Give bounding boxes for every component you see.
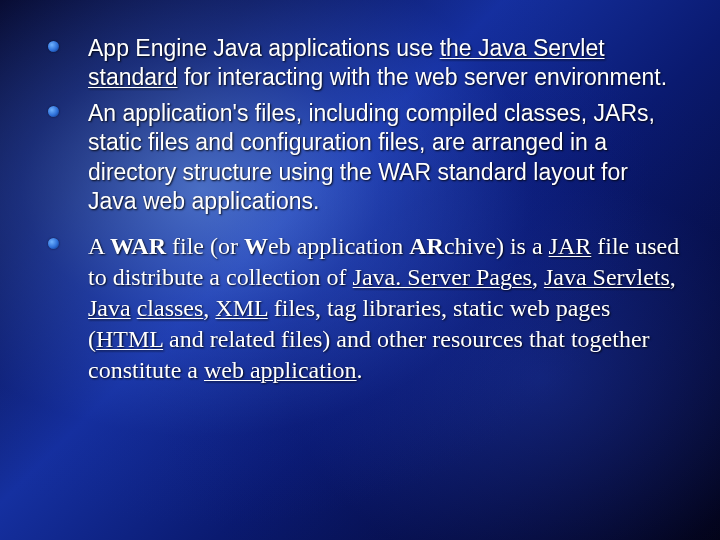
t3-p1: A bbox=[88, 233, 110, 259]
t3-b3: AR bbox=[409, 233, 444, 259]
bullet-1-prefix: App Engine Java applications use bbox=[88, 35, 440, 61]
t3-p3: eb application bbox=[268, 233, 409, 259]
link-classes[interactable]: classes bbox=[137, 295, 204, 321]
t3-p11: and related files) and other resources t… bbox=[88, 326, 650, 383]
t3-p4: chive) is a bbox=[444, 233, 549, 259]
bullet-item-1: App Engine Java applications use the Jav… bbox=[40, 34, 680, 93]
link-jar[interactable]: JAR bbox=[549, 233, 592, 259]
bullet-1-suffix: for interacting with the web server envi… bbox=[178, 64, 668, 90]
link-html[interactable]: HTML bbox=[96, 326, 163, 352]
t3-b2: W bbox=[244, 233, 268, 259]
t3-p7: , bbox=[670, 264, 676, 290]
t3-p2: file (or bbox=[166, 233, 244, 259]
slide-content: App Engine Java applications use the Jav… bbox=[0, 0, 720, 387]
link-jsp[interactable]: Java. Server Pages bbox=[353, 264, 532, 290]
bullet-2-text: An application's files, including compil… bbox=[88, 100, 655, 214]
bullet-list: App Engine Java applications use the Jav… bbox=[40, 34, 680, 387]
link-xml[interactable]: XML bbox=[215, 295, 267, 321]
bullet-item-3: A WAR file (or Web application ARchive) … bbox=[40, 231, 680, 387]
link-web-application[interactable]: web application bbox=[204, 357, 357, 383]
bullet-item-2: An application's files, including compil… bbox=[40, 99, 680, 217]
link-java[interactable]: Java bbox=[88, 295, 131, 321]
bullet-icon bbox=[48, 41, 59, 52]
t3-b1: WAR bbox=[110, 233, 166, 259]
bullet-icon bbox=[48, 106, 59, 117]
link-java-servlets[interactable]: Java Servlets bbox=[544, 264, 670, 290]
bullet-icon bbox=[48, 238, 59, 249]
t3-p12: . bbox=[357, 357, 363, 383]
t3-p6: , bbox=[532, 264, 544, 290]
t3-p9: , bbox=[203, 295, 215, 321]
